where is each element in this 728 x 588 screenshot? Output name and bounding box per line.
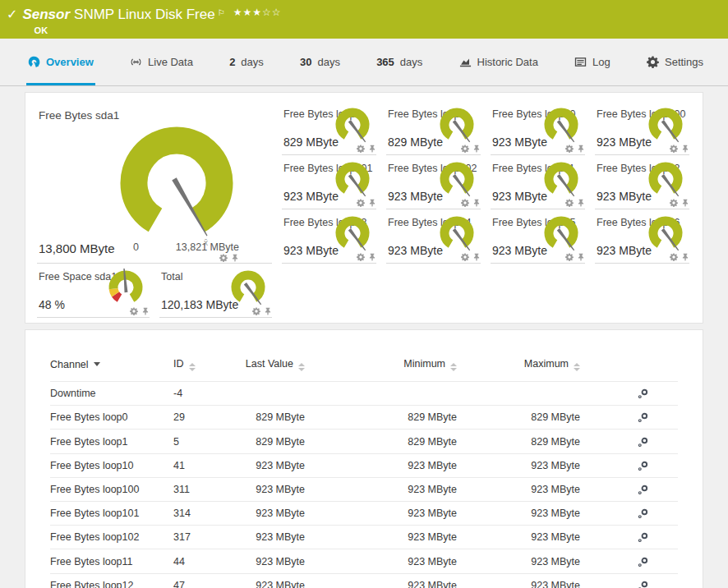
cell-last-value: 923 MByte [235,549,305,573]
gear-icon[interactable] [357,253,365,261]
sensor-header: ✓ Sensor SNMP Linux Disk Free ⚐ ★★★☆☆ OK [0,0,728,39]
cell-id: 314 [173,502,235,526]
cell-maximum: 923 MByte [457,549,580,573]
pin-icon[interactable] [231,254,239,262]
cell-maximum: 923 MByte [457,573,580,588]
cell-channel: Free Bytes loop0 [50,406,173,430]
table-row: Free Bytes loop102 317 923 MByte 923 MBy… [50,526,678,549]
gauge-value: 923 MByte [492,244,547,257]
col-header-id[interactable]: ID [173,353,235,382]
channel-settings-icon[interactable] [638,461,648,471]
col-header-maximum[interactable]: Maximum [457,353,580,382]
channel-settings-icon[interactable] [638,437,648,448]
table-row: Free Bytes loop12 47 923 MByte 923 MByte… [50,573,678,588]
tab-historic-data[interactable]: Historic Data [458,39,540,85]
log-icon [574,56,587,68]
gear-icon[interactable] [130,307,138,315]
gauge-cell-free-bytes-loop0: Free Bytes loop0 829 MByte [282,101,376,155]
cell-maximum: 829 MByte [457,406,580,430]
pin-icon[interactable] [368,145,376,153]
tab-overview[interactable]: Overview [26,39,95,85]
gear-icon[interactable] [461,145,469,153]
tab-30-days[interactable]: 30 days [298,39,342,85]
gauge-cell-free-bytes-loop1: Free Bytes loop1 829 MByte [386,101,481,155]
cell-last-value: 923 MByte [235,453,305,477]
pin-icon[interactable] [577,199,585,207]
pin-icon[interactable] [368,253,376,261]
sort-desc-icon [94,362,100,366]
gear-icon[interactable] [252,307,260,315]
gear-icon[interactable] [357,145,365,153]
gauge-scale-min: 0 [133,241,139,253]
pin-icon[interactable] [681,145,689,153]
channel-settings-icon[interactable] [638,485,648,495]
gauge-scale-max: 13,821 MByte [176,241,239,253]
gauge-value: 923 MByte [597,190,652,203]
cell-last-value: 829 MByte [235,430,305,453]
tab-log[interactable]: Log [573,39,612,85]
sort-both-icon [574,363,580,371]
pin-icon[interactable] [577,145,585,153]
gauge-cell-free-bytes-loop14: Free Bytes loop14 923 MByte [386,209,481,264]
sensor-label: Sensor [22,7,70,23]
gear-icon[interactable] [670,253,678,261]
col-header-channel[interactable]: Channel [50,353,173,382]
gear-icon[interactable] [461,199,469,207]
pin-icon[interactable] [681,253,689,261]
gear-icon[interactable] [461,253,469,261]
cell-id: 311 [173,477,235,501]
table-row: Downtime -4 [50,382,678,406]
rating-stars[interactable]: ★★★☆☆ [233,4,282,21]
channel-settings-icon[interactable] [638,532,648,543]
table-row: Free Bytes loop100 311 923 MByte 923 MBy… [50,477,678,501]
cell-minimum [305,382,457,406]
pin-icon[interactable] [472,145,481,153]
channel-table: Channel ID Last Value Minimum Maximum Do… [50,353,678,588]
pin-icon[interactable] [472,199,481,207]
tab-2-days[interactable]: 2 days [228,39,265,85]
cell-id: 44 [173,549,235,573]
pin-icon[interactable] [472,253,481,261]
gear-icon[interactable] [670,145,678,153]
pin-icon[interactable] [141,307,150,315]
pin-icon[interactable] [681,199,689,207]
gear-icon[interactable] [670,199,678,207]
gear-icon[interactable] [219,254,228,262]
cell-id: 41 [173,453,235,477]
cell-minimum: 829 MByte [305,430,457,453]
gauge-value: 48 % [39,298,65,311]
tab-live-data[interactable]: Live Data [128,39,195,85]
gear-icon[interactable] [565,145,574,153]
gauge-cell-free-bytes-loop16: Free Bytes loop16 923 MByte [595,209,689,264]
cell-minimum: 923 MByte [305,502,457,526]
pin-icon[interactable] [368,199,376,207]
gauge-value: 923 MByte [597,244,652,257]
channel-settings-icon[interactable] [638,388,648,399]
cell-channel: Downtime [50,382,173,406]
gauge-value: 13,800 MByte [39,241,115,255]
flag-icon[interactable]: ⚐ [218,5,225,21]
gear-icon[interactable] [357,199,365,207]
gauge-cell-free-bytes-loop15: Free Bytes loop15 923 MByte [491,209,585,264]
pin-icon[interactable] [264,307,272,315]
gauge-dial [104,269,148,310]
channel-settings-icon[interactable] [638,412,648,423]
tab-settings[interactable]: Settings [645,39,705,85]
gear-icon[interactable] [565,253,574,261]
cell-id: -4 [173,382,235,406]
cell-last-value: 923 MByte [235,526,305,549]
channel-settings-icon[interactable] [638,508,648,519]
channel-settings-icon[interactable] [638,581,648,588]
channel-settings-icon[interactable] [638,557,648,567]
col-header-minimum[interactable]: Minimum [305,353,457,382]
tab-bar: Overview Live Data 2 days 30 days 365 da… [0,39,728,86]
gear-icon[interactable] [565,199,574,207]
col-header-last-value[interactable]: Last Value [235,353,305,382]
gauge-dial: x̄ [104,119,249,249]
cell-maximum: 829 MByte [457,430,580,453]
gauge-cell-free-space-sda1: Free Space sda1 48 % [37,264,150,318]
page-title: SNMP Linux Disk Free [74,7,215,23]
tab-365-days[interactable]: 365 days [375,39,424,85]
gauge-cell-free-bytes-loop101: Free Bytes loop101 923 MByte [282,155,376,209]
pin-icon[interactable] [577,253,585,261]
